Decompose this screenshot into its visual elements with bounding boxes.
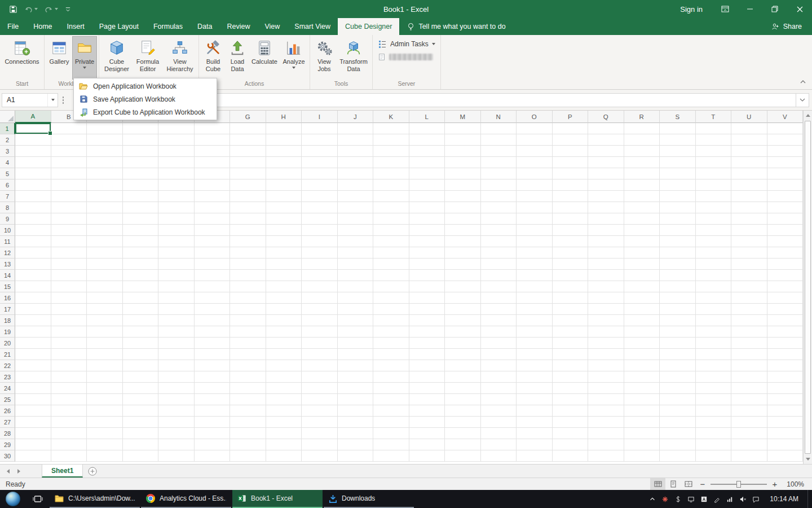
cell-F16[interactable] [195, 292, 231, 304]
cell-M6[interactable] [445, 179, 481, 191]
cell-V11[interactable] [767, 236, 804, 247]
tray-pen-icon[interactable] [712, 494, 722, 504]
cell-A14[interactable] [15, 270, 51, 281]
cell-P3[interactable] [553, 146, 589, 157]
cell-U16[interactable] [731, 292, 767, 304]
cell-O20[interactable] [517, 338, 553, 349]
cell-O29[interactable] [517, 439, 553, 450]
cell-F24[interactable] [195, 383, 231, 394]
cell-K4[interactable] [373, 157, 409, 168]
cell-I13[interactable] [302, 259, 338, 270]
cell-S17[interactable] [660, 304, 696, 315]
cell-O30[interactable] [517, 450, 553, 462]
cell-D13[interactable] [123, 259, 159, 270]
cell-H28[interactable] [266, 428, 302, 439]
cell-Q24[interactable] [588, 383, 624, 394]
cell-P26[interactable] [553, 405, 589, 417]
cell-J23[interactable] [338, 371, 374, 383]
cell-Q17[interactable] [588, 304, 624, 315]
cell-V4[interactable] [767, 157, 804, 168]
tab-review[interactable]: Review [219, 18, 257, 35]
cell-U8[interactable] [731, 202, 767, 213]
taskbar-item-file-explorer[interactable]: C:\Users\admin\Dow... [50, 490, 140, 508]
cell-Q29[interactable] [588, 439, 624, 450]
cell-M3[interactable] [445, 146, 481, 157]
cell-D18[interactable] [123, 315, 159, 326]
cell-V1[interactable] [767, 123, 804, 134]
tell-me-box[interactable]: Tell me what you want to do [399, 18, 513, 35]
cell-F26[interactable] [195, 405, 231, 417]
cell-E5[interactable] [158, 168, 195, 179]
cell-K16[interactable] [373, 292, 409, 304]
view-jobs-button[interactable]: View Jobs [312, 36, 337, 80]
cell-E19[interactable] [158, 326, 195, 338]
cell-M7[interactable] [445, 191, 481, 202]
cell-V14[interactable] [767, 270, 804, 281]
cell-M12[interactable] [445, 247, 481, 259]
cell-J22[interactable] [338, 360, 374, 371]
cell-R11[interactable] [624, 236, 660, 247]
cell-V27[interactable] [767, 417, 804, 428]
formula-bar-drag-handle[interactable] [62, 96, 64, 104]
cell-T15[interactable] [696, 281, 732, 292]
cell-M30[interactable] [445, 450, 481, 462]
cell-P27[interactable] [553, 417, 589, 428]
cell-P25[interactable] [553, 394, 589, 405]
cell-B14[interactable] [51, 270, 87, 281]
cell-R20[interactable] [624, 338, 660, 349]
cell-B23[interactable] [51, 371, 87, 383]
cell-C15[interactable] [87, 281, 123, 292]
row-header-1[interactable]: 1 [0, 123, 15, 134]
cell-R4[interactable] [624, 157, 660, 168]
cell-F21[interactable] [195, 349, 231, 360]
cell-R3[interactable] [624, 146, 660, 157]
cell-N17[interactable] [481, 304, 517, 315]
row-header-4[interactable]: 4 [0, 157, 15, 168]
cell-K25[interactable] [373, 394, 409, 405]
cell-C5[interactable] [87, 168, 123, 179]
cell-D2[interactable] [123, 134, 159, 146]
cell-L11[interactable] [409, 236, 445, 247]
cell-L26[interactable] [409, 405, 445, 417]
cell-F22[interactable] [195, 360, 231, 371]
cell-D8[interactable] [123, 202, 159, 213]
cell-J7[interactable] [338, 191, 374, 202]
cell-L27[interactable] [409, 417, 445, 428]
previous-sheet-button[interactable] [7, 469, 10, 474]
cell-H21[interactable] [266, 349, 302, 360]
cell-E10[interactable] [158, 225, 195, 236]
redo-button[interactable] [41, 0, 61, 18]
cell-C17[interactable] [87, 304, 123, 315]
new-sheet-button[interactable] [83, 465, 102, 478]
cell-S15[interactable] [660, 281, 696, 292]
cell-F14[interactable] [195, 270, 231, 281]
cell-O23[interactable] [517, 371, 553, 383]
cell-F4[interactable] [195, 157, 231, 168]
cell-G20[interactable] [230, 338, 266, 349]
cell-I11[interactable] [302, 236, 338, 247]
cell-G11[interactable] [230, 236, 266, 247]
cell-R7[interactable] [624, 191, 660, 202]
cell-H7[interactable] [266, 191, 302, 202]
cell-E7[interactable] [158, 191, 195, 202]
cell-E11[interactable] [158, 236, 195, 247]
cell-I26[interactable] [302, 405, 338, 417]
admin-tasks-button[interactable]: Admin Tasks [378, 40, 435, 49]
cell-U23[interactable] [731, 371, 767, 383]
cell-R8[interactable] [624, 202, 660, 213]
cell-L1[interactable] [409, 123, 445, 134]
cell-V7[interactable] [767, 191, 804, 202]
zoom-out-button[interactable]: − [696, 478, 709, 490]
cell-L20[interactable] [409, 338, 445, 349]
calculate-button[interactable]: Calculate [249, 36, 280, 80]
cell-S11[interactable] [660, 236, 696, 247]
cell-G22[interactable] [230, 360, 266, 371]
cell-N27[interactable] [481, 417, 517, 428]
cell-H13[interactable] [266, 259, 302, 270]
cell-M19[interactable] [445, 326, 481, 338]
cell-O11[interactable] [517, 236, 553, 247]
cell-C8[interactable] [87, 202, 123, 213]
cell-N12[interactable] [481, 247, 517, 259]
cell-P11[interactable] [553, 236, 589, 247]
cell-H11[interactable] [266, 236, 302, 247]
